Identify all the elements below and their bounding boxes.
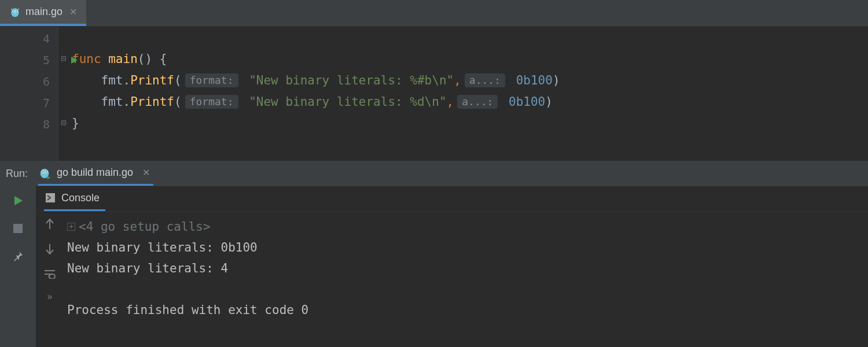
code-editor[interactable]: 45678 ⊟⊟ func main() { fmt.Printf(format… (0, 27, 868, 161)
code-line[interactable]: fmt.Printf(format: "New binary literals:… (72, 91, 868, 112)
run-button[interactable] (10, 193, 25, 208)
editor-tabstrip: main.go ✕ (0, 0, 868, 27)
run-toolbar (0, 186, 36, 347)
svg-point-14 (44, 173, 46, 174)
soft-wrap-icon[interactable] (43, 268, 56, 279)
svg-marker-16 (14, 196, 23, 205)
console-line: Process finished with exit code 0 (67, 300, 868, 320)
editor-tab-label: main.go (25, 6, 62, 18)
gutter-line-number: 6 (0, 71, 58, 92)
svg-point-7 (18, 8, 19, 9)
run-toolwindow: Console (0, 186, 868, 347)
editor-gutter: 45678 (0, 27, 58, 161)
gutter-line-number: 4 (0, 28, 58, 49)
console-line (67, 279, 868, 300)
code-line[interactable]: func main() { (72, 48, 868, 69)
console-icon (45, 193, 56, 203)
scroll-up-icon[interactable] (45, 217, 55, 230)
code-line[interactable]: } (72, 112, 868, 134)
editor-tab-main-go[interactable]: main.go ✕ (0, 0, 86, 26)
svg-marker-15 (47, 176, 51, 179)
gutter-line-number: 8 (0, 113, 58, 135)
scroll-down-icon[interactable] (45, 243, 55, 256)
svg-point-6 (11, 8, 12, 9)
run-config-tab[interactable]: go build main.go ✕ (38, 162, 153, 186)
fold-column[interactable]: ⊟⊟ (58, 27, 71, 161)
svg-point-5 (14, 12, 16, 13)
code-line[interactable]: fmt.Printf(format: "New binary literals:… (72, 69, 868, 91)
console-body: » +<4 go setup calls>New binary literals… (36, 212, 868, 347)
go-file-icon (38, 167, 51, 179)
console-tab-label: Console (61, 192, 100, 204)
code-line[interactable] (72, 27, 868, 48)
fold-start-icon[interactable]: ⊟ (61, 55, 67, 62)
fold-end-icon[interactable]: ⊟ (61, 119, 67, 126)
console-line: New binary literals: 0b100 (67, 237, 868, 258)
expand-icon[interactable]: + (67, 223, 75, 231)
stop-button[interactable] (10, 221, 25, 236)
svg-marker-8 (71, 57, 78, 64)
console-folded-region[interactable]: +<4 go setup calls> (67, 216, 868, 237)
inlay-hint: a...: (457, 95, 498, 109)
go-file-icon (9, 6, 21, 18)
console-output[interactable]: +<4 go setup calls>New binary literals: … (64, 212, 868, 347)
close-icon[interactable]: ✕ (67, 6, 77, 17)
svg-point-12 (42, 171, 43, 172)
svg-point-13 (46, 171, 47, 172)
run-toolwindow-header: Run: go build main.go ✕ (0, 161, 868, 186)
console-tab[interactable]: Console (44, 186, 105, 211)
run-line-marker[interactable] (69, 56, 79, 65)
run-content: Console (36, 186, 868, 347)
close-icon[interactable]: ✕ (139, 167, 150, 178)
inlay-hint: format: (185, 95, 238, 109)
inlay-hint: a...: (465, 73, 505, 87)
console-gutter: » (36, 212, 64, 347)
svg-point-3 (13, 10, 14, 12)
code-area[interactable]: func main() { fmt.Printf(format: "New bi… (71, 27, 868, 161)
console-line: New binary literals: 4 (67, 258, 868, 279)
gutter-line-number: 7 (0, 92, 58, 113)
gutter-line-number: 5 (0, 49, 58, 71)
console-tabbar: Console (36, 186, 868, 212)
inlay-hint: format: (185, 73, 238, 87)
pin-button[interactable] (10, 249, 25, 264)
scroll-to-end-icon[interactable]: » (47, 291, 53, 302)
svg-point-4 (16, 10, 17, 12)
run-config-name: go build main.go (57, 167, 133, 179)
run-panel-label: Run: (6, 168, 28, 180)
